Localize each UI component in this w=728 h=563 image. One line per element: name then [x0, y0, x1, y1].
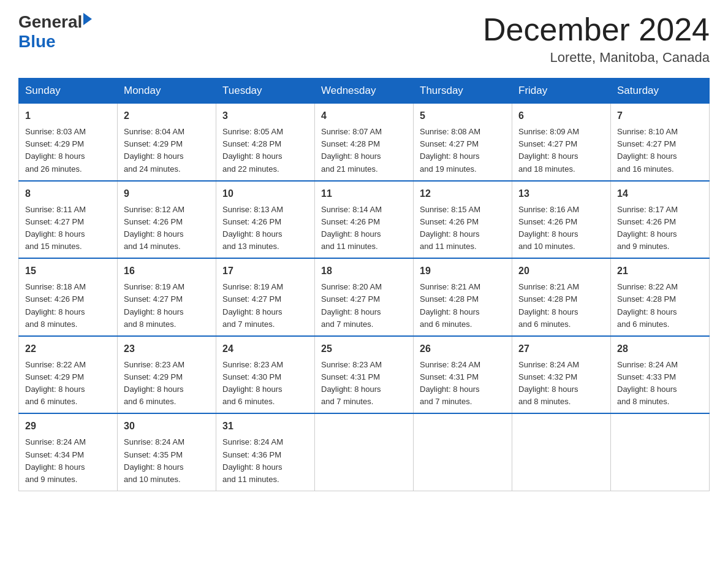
logo: General Blue — [18, 12, 92, 52]
day-info: Sunrise: 8:07 AM Sunset: 4:28 PM Dayligh… — [321, 126, 407, 175]
table-row: 24Sunrise: 8:23 AM Sunset: 4:30 PM Dayli… — [216, 336, 315, 414]
day-of-week-header: Thursday — [414, 79, 512, 104]
day-info: Sunrise: 8:08 AM Sunset: 4:27 PM Dayligh… — [420, 126, 506, 175]
day-number: 13 — [518, 186, 604, 201]
table-row: 4Sunrise: 8:07 AM Sunset: 4:28 PM Daylig… — [315, 104, 414, 181]
day-info: Sunrise: 8:23 AM Sunset: 4:31 PM Dayligh… — [321, 359, 407, 408]
day-number: 19 — [420, 264, 506, 278]
logo-blue-text: Blue — [18, 32, 92, 52]
day-of-week-header: Tuesday — [216, 79, 315, 104]
day-of-week-header: Friday — [512, 79, 611, 104]
day-info: Sunrise: 8:24 AM Sunset: 4:36 PM Dayligh… — [222, 436, 308, 486]
table-row: 16Sunrise: 8:19 AM Sunset: 4:27 PM Dayli… — [118, 258, 216, 336]
logo-arrow-icon — [83, 13, 92, 25]
day-number: 20 — [518, 264, 604, 278]
page-header: General Blue December 2024 Lorette, Mani… — [18, 12, 710, 66]
day-info: Sunrise: 8:24 AM Sunset: 4:35 PM Dayligh… — [124, 436, 210, 486]
day-number: 10 — [222, 186, 308, 201]
day-number: 4 — [321, 109, 407, 123]
day-number: 15 — [25, 264, 111, 278]
table-row: 13Sunrise: 8:16 AM Sunset: 4:26 PM Dayli… — [512, 181, 611, 259]
day-number: 7 — [617, 109, 703, 123]
day-number: 9 — [124, 186, 210, 201]
day-number: 1 — [25, 109, 111, 123]
table-row: 3Sunrise: 8:05 AM Sunset: 4:28 PM Daylig… — [216, 104, 315, 181]
table-row: 15Sunrise: 8:18 AM Sunset: 4:26 PM Dayli… — [19, 258, 118, 336]
table-row: 5Sunrise: 8:08 AM Sunset: 4:27 PM Daylig… — [414, 104, 512, 181]
day-number: 25 — [321, 342, 407, 356]
day-number: 21 — [617, 264, 703, 278]
day-info: Sunrise: 8:23 AM Sunset: 4:30 PM Dayligh… — [222, 359, 308, 408]
day-number: 23 — [124, 342, 210, 356]
day-info: Sunrise: 8:21 AM Sunset: 4:28 PM Dayligh… — [420, 281, 506, 331]
table-row: 25Sunrise: 8:23 AM Sunset: 4:31 PM Dayli… — [315, 336, 414, 414]
table-row: 1Sunrise: 8:03 AM Sunset: 4:29 PM Daylig… — [19, 104, 118, 181]
day-number: 30 — [124, 419, 210, 434]
location-subtitle: Lorette, Manitoba, Canada — [483, 50, 710, 66]
calendar-week-row: 22Sunrise: 8:22 AM Sunset: 4:29 PM Dayli… — [19, 336, 710, 414]
table-row: 23Sunrise: 8:23 AM Sunset: 4:29 PM Dayli… — [118, 336, 216, 414]
table-row: 12Sunrise: 8:15 AM Sunset: 4:26 PM Dayli… — [414, 181, 512, 259]
table-row: 28Sunrise: 8:24 AM Sunset: 4:33 PM Dayli… — [611, 336, 710, 414]
day-info: Sunrise: 8:13 AM Sunset: 4:26 PM Dayligh… — [222, 204, 308, 253]
day-info: Sunrise: 8:24 AM Sunset: 4:33 PM Dayligh… — [617, 359, 703, 408]
table-row: 20Sunrise: 8:21 AM Sunset: 4:28 PM Dayli… — [512, 258, 611, 336]
day-info: Sunrise: 8:05 AM Sunset: 4:28 PM Dayligh… — [222, 126, 308, 175]
table-row: 17Sunrise: 8:19 AM Sunset: 4:27 PM Dayli… — [216, 258, 315, 336]
title-area: December 2024 Lorette, Manitoba, Canada — [483, 12, 710, 66]
table-row — [315, 413, 414, 491]
logo-general-text: General — [18, 12, 82, 32]
day-number: 16 — [124, 264, 210, 278]
table-row: 27Sunrise: 8:24 AM Sunset: 4:32 PM Dayli… — [512, 336, 611, 414]
day-number: 8 — [25, 186, 111, 201]
day-info: Sunrise: 8:19 AM Sunset: 4:27 PM Dayligh… — [222, 281, 308, 331]
day-info: Sunrise: 8:22 AM Sunset: 4:28 PM Dayligh… — [617, 281, 703, 331]
day-info: Sunrise: 8:17 AM Sunset: 4:26 PM Dayligh… — [617, 204, 703, 253]
day-number: 24 — [222, 342, 308, 356]
day-info: Sunrise: 8:11 AM Sunset: 4:27 PM Dayligh… — [25, 204, 111, 253]
day-info: Sunrise: 8:21 AM Sunset: 4:28 PM Dayligh… — [518, 281, 604, 331]
table-row: 6Sunrise: 8:09 AM Sunset: 4:27 PM Daylig… — [512, 104, 611, 181]
table-row: 21Sunrise: 8:22 AM Sunset: 4:28 PM Dayli… — [611, 258, 710, 336]
day-info: Sunrise: 8:09 AM Sunset: 4:27 PM Dayligh… — [518, 126, 604, 175]
table-row: 7Sunrise: 8:10 AM Sunset: 4:27 PM Daylig… — [611, 104, 710, 181]
day-info: Sunrise: 8:22 AM Sunset: 4:29 PM Dayligh… — [25, 359, 111, 408]
day-number: 26 — [420, 342, 506, 356]
table-row — [414, 413, 512, 491]
day-number: 14 — [617, 186, 703, 201]
day-number: 17 — [222, 264, 308, 278]
day-number: 27 — [518, 342, 604, 356]
table-row: 30Sunrise: 8:24 AM Sunset: 4:35 PM Dayli… — [118, 413, 216, 491]
day-number: 11 — [321, 186, 407, 201]
table-row: 11Sunrise: 8:14 AM Sunset: 4:26 PM Dayli… — [315, 181, 414, 259]
day-info: Sunrise: 8:16 AM Sunset: 4:26 PM Dayligh… — [518, 204, 604, 253]
day-info: Sunrise: 8:24 AM Sunset: 4:34 PM Dayligh… — [25, 436, 111, 486]
days-of-week-row: SundayMondayTuesdayWednesdayThursdayFrid… — [19, 79, 710, 104]
day-number: 5 — [420, 109, 506, 123]
table-row — [512, 413, 611, 491]
day-of-week-header: Wednesday — [315, 79, 414, 104]
table-row: 14Sunrise: 8:17 AM Sunset: 4:26 PM Dayli… — [611, 181, 710, 259]
day-number: 31 — [222, 419, 308, 434]
table-row: 18Sunrise: 8:20 AM Sunset: 4:27 PM Dayli… — [315, 258, 414, 336]
day-info: Sunrise: 8:23 AM Sunset: 4:29 PM Dayligh… — [124, 359, 210, 408]
day-of-week-header: Saturday — [611, 79, 710, 104]
day-of-week-header: Monday — [118, 79, 216, 104]
day-info: Sunrise: 8:24 AM Sunset: 4:31 PM Dayligh… — [420, 359, 506, 408]
day-number: 3 — [222, 109, 308, 123]
calendar-week-row: 1Sunrise: 8:03 AM Sunset: 4:29 PM Daylig… — [19, 104, 710, 181]
day-info: Sunrise: 8:18 AM Sunset: 4:26 PM Dayligh… — [25, 281, 111, 331]
table-row: 9Sunrise: 8:12 AM Sunset: 4:26 PM Daylig… — [118, 181, 216, 259]
table-row: 31Sunrise: 8:24 AM Sunset: 4:36 PM Dayli… — [216, 413, 315, 491]
day-number: 6 — [518, 109, 604, 123]
month-title: December 2024 — [483, 12, 710, 47]
day-number: 12 — [420, 186, 506, 201]
day-number: 28 — [617, 342, 703, 356]
table-row: 10Sunrise: 8:13 AM Sunset: 4:26 PM Dayli… — [216, 181, 315, 259]
calendar-week-row: 15Sunrise: 8:18 AM Sunset: 4:26 PM Dayli… — [19, 258, 710, 336]
table-row: 26Sunrise: 8:24 AM Sunset: 4:31 PM Dayli… — [414, 336, 512, 414]
table-row: 8Sunrise: 8:11 AM Sunset: 4:27 PM Daylig… — [19, 181, 118, 259]
day-info: Sunrise: 8:14 AM Sunset: 4:26 PM Dayligh… — [321, 204, 407, 253]
day-info: Sunrise: 8:10 AM Sunset: 4:27 PM Dayligh… — [617, 126, 703, 175]
day-info: Sunrise: 8:24 AM Sunset: 4:32 PM Dayligh… — [518, 359, 604, 408]
